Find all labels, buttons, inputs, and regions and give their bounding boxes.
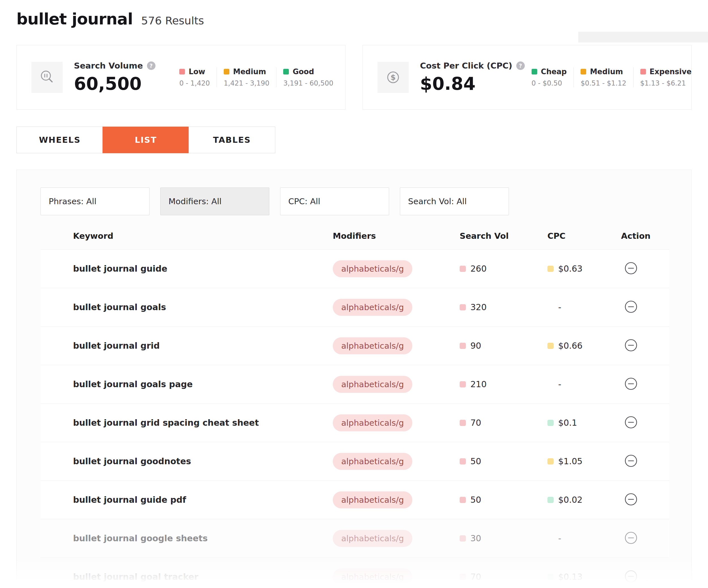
remove-keyword-button[interactable]	[624, 416, 638, 429]
keyword-cell[interactable]: bullet journal google sheets	[73, 533, 333, 543]
good-color-swatch	[283, 69, 289, 75]
help-icon[interactable]: ?	[516, 61, 525, 70]
search-vol-level-icon	[460, 381, 466, 387]
remove-keyword-button[interactable]	[624, 454, 638, 467]
remove-keyword-button[interactable]	[624, 493, 638, 506]
cpc-value: $1.05	[558, 456, 583, 466]
keyword-cell[interactable]: bullet journal goodnotes	[73, 456, 333, 466]
legend-item-low: Low 0 - 1,420	[173, 67, 217, 87]
modifier-pill[interactable]: alphabeticals/g	[333, 376, 412, 393]
legend-range: 0 - 1,420	[179, 79, 210, 87]
modifier-pill[interactable]: alphabeticals/g	[333, 414, 412, 431]
search-vol-cell: 90	[460, 341, 548, 351]
help-icon[interactable]: ?	[147, 61, 155, 70]
remove-keyword-button[interactable]	[624, 300, 638, 313]
keyword-cell[interactable]: bullet journal grid	[73, 341, 333, 351]
search-volume-card: Search Volume ? 60,500 Low 0 - 1,420 Med…	[17, 45, 346, 110]
tab-wheels[interactable]: WHEELS	[17, 127, 103, 153]
search-vol-cell: 70	[460, 418, 548, 428]
legend-range: 0 - $0.50	[532, 79, 567, 87]
search-vol-value: 90	[470, 341, 481, 351]
cpc-level-icon	[548, 343, 554, 349]
search-vol-level-icon	[460, 266, 466, 272]
cpc-value: -	[558, 533, 561, 543]
search-vol-cell: 50	[460, 495, 548, 505]
tab-tables[interactable]: TABLES	[188, 127, 275, 153]
search-vol-filter[interactable]: Search Vol: All	[400, 187, 509, 215]
results-count: 576 Results	[141, 14, 204, 27]
cpc-value: $0.84	[420, 74, 525, 94]
search-volume-icon	[31, 62, 63, 93]
legend-item-medium: Medium $0.51 - $1.12	[573, 67, 633, 87]
table-row: bullet journal goal tracker alphabetical…	[40, 558, 669, 588]
action-cell	[621, 531, 669, 546]
modifier-pill[interactable]: alphabeticals/g	[333, 453, 412, 470]
modifier-pill[interactable]: alphabeticals/g	[333, 568, 412, 585]
cpc-level-icon	[548, 574, 554, 580]
cpc-label: Cost Per Click (CPC)	[420, 61, 512, 70]
cpc-value: $0.13	[558, 572, 583, 582]
legend-item-good: Good 3,191 - 60,500	[276, 67, 340, 87]
phrases-filter[interactable]: Phrases: All	[40, 187, 150, 215]
modifiers-cell: alphabeticals/g	[333, 376, 460, 393]
modifier-pill[interactable]: alphabeticals/g	[333, 337, 412, 354]
legend-item-medium: Medium 1,421 - 3,190	[217, 67, 276, 87]
table-row: bullet journal grid spacing cheat sheet …	[40, 404, 669, 442]
action-cell	[621, 377, 669, 391]
search-vol-level-icon	[460, 304, 466, 311]
medium-color-swatch	[581, 69, 586, 75]
cpc-filter[interactable]: CPC: All	[280, 187, 389, 215]
modifiers-cell: alphabeticals/g	[333, 337, 460, 354]
search-vol-value: 320	[470, 302, 486, 312]
modifier-pill[interactable]: alphabeticals/g	[333, 299, 412, 316]
low-color-swatch	[179, 69, 185, 75]
cpc-cell: $0.66	[548, 341, 621, 351]
cpc-cell: $0.02	[548, 495, 621, 505]
keyword-cell[interactable]: bullet journal guide	[73, 264, 333, 274]
action-cell	[621, 570, 669, 584]
modifiers-cell: alphabeticals/g	[333, 530, 460, 547]
cpc-card: $ Cost Per Click (CPC) ? $0.84 Cheap 0 -…	[362, 45, 691, 110]
search-vol-cell: 30	[460, 533, 548, 543]
cpc-level-icon	[548, 497, 554, 503]
keyword-cell[interactable]: bullet journal goals	[73, 302, 333, 312]
dollar-icon: $	[378, 62, 409, 93]
modifier-pill[interactable]: alphabeticals/g	[333, 530, 412, 547]
col-action: Action	[621, 231, 669, 241]
modifier-pill[interactable]: alphabeticals/g	[333, 260, 412, 277]
cpc-stat: Cost Per Click (CPC) ? $0.84	[420, 61, 525, 94]
cpc-cell: -	[548, 379, 621, 389]
legend-label: Medium	[233, 67, 266, 76]
remove-keyword-button[interactable]	[624, 262, 638, 275]
remove-keyword-button[interactable]	[624, 531, 638, 545]
remove-keyword-button[interactable]	[624, 339, 638, 352]
search-vol-level-icon	[460, 535, 466, 541]
remove-keyword-button[interactable]	[624, 570, 638, 583]
cpc-cell: $1.05	[548, 456, 621, 466]
modifiers-cell: alphabeticals/g	[333, 453, 460, 470]
modifier-pill[interactable]: alphabeticals/g	[333, 492, 412, 508]
keyword-cell[interactable]: bullet journal guide pdf	[73, 495, 333, 505]
remove-keyword-button[interactable]	[624, 377, 638, 390]
search-vol-cell: 210	[460, 379, 548, 389]
keyword-cell[interactable]: bullet journal goal tracker	[73, 572, 333, 582]
cpc-level-icon	[548, 266, 554, 272]
legend-range: $1.13 - $6.21	[640, 79, 691, 87]
col-search-vol: Search Vol	[460, 231, 548, 241]
cpc-value: $0.02	[558, 495, 583, 505]
keyword-cell[interactable]: bullet journal grid spacing cheat sheet	[73, 418, 333, 428]
cpc-value: -	[558, 379, 561, 389]
keyword-cell[interactable]: bullet journal goals page	[73, 379, 333, 389]
table-row: bullet journal guide pdf alphabeticals/g…	[40, 481, 669, 519]
search-vol-cell: 50	[460, 456, 548, 466]
search-vol-level-icon	[460, 343, 466, 349]
modifiers-cell: alphabeticals/g	[333, 568, 460, 585]
cpc-value: $0.1	[558, 418, 577, 428]
page-title: bullet journal	[17, 10, 133, 28]
horizontal-scrollbar[interactable]	[578, 32, 708, 42]
search-vol-level-icon	[460, 420, 466, 426]
modifiers-filter[interactable]: Modifiers: All	[160, 187, 269, 215]
tab-list[interactable]: LIST	[102, 127, 189, 153]
search-vol-value: 70	[470, 572, 481, 582]
results-panel: Phrases: All Modifiers: All CPC: All Sea…	[17, 170, 691, 588]
